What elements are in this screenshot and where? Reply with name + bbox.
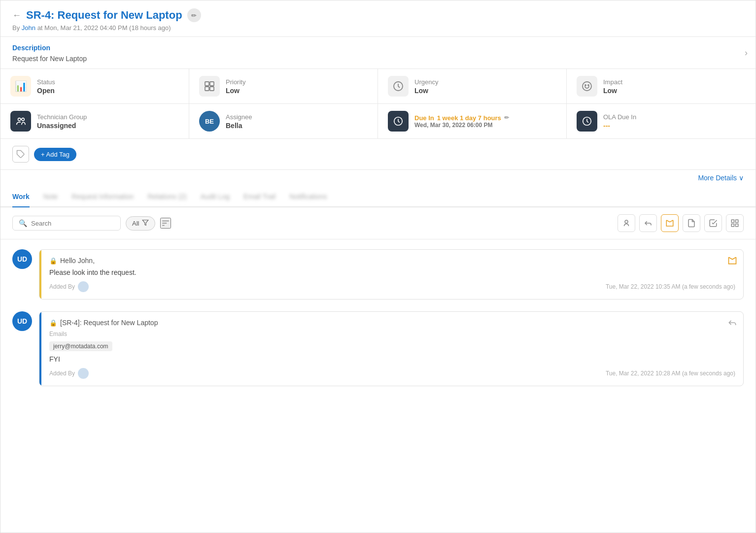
status-field[interactable]: 📊 Status Open bbox=[0, 69, 189, 104]
due-in-value: Due In 1 week 1 day 7 hours ✏ bbox=[414, 114, 556, 122]
svg-point-7 bbox=[588, 85, 589, 86]
header-subtitle: By John at Mon, Mar 21, 2022 04:40 PM (1… bbox=[12, 24, 744, 32]
filter-label: All bbox=[132, 220, 139, 227]
added-by-2: Added By bbox=[49, 368, 89, 379]
svg-rect-0 bbox=[205, 82, 209, 86]
filter-button[interactable]: All bbox=[126, 216, 155, 231]
due-edit-icon[interactable]: ✏ bbox=[504, 114, 509, 121]
tab-note[interactable]: Note bbox=[43, 186, 58, 207]
added-by-label: Added By bbox=[49, 283, 75, 290]
message-footer: Added By Tue, Mar 22, 2022 10:35 AM (a f… bbox=[49, 281, 735, 292]
ola-field[interactable]: OLA Due In --- bbox=[567, 104, 756, 138]
fields-grid: 📊 Status Open Priority Low Urgency Low bbox=[0, 69, 756, 139]
tech-group-icon bbox=[10, 111, 31, 132]
due-date-field[interactable]: Due In 1 week 1 day 7 hours ✏ Wed, Mar 3… bbox=[378, 104, 567, 138]
search-box: 🔍 bbox=[12, 216, 121, 231]
forward-button[interactable] bbox=[661, 214, 679, 232]
message-header-2: 🔒 [SR-4]: Request for New Laptop bbox=[49, 319, 735, 327]
message-share-icon[interactable] bbox=[727, 318, 737, 330]
assignee-value: Bella bbox=[226, 122, 368, 130]
checklist-button[interactable] bbox=[704, 214, 722, 232]
tech-group-field[interactable]: Technician Group Unassigned bbox=[0, 104, 189, 138]
due-date-value: Wed, Mar 30, 2022 06:00 PM bbox=[414, 122, 556, 129]
svg-rect-20 bbox=[731, 224, 734, 227]
message-reply-icon[interactable] bbox=[727, 256, 737, 268]
message-footer-2: Added By Tue, Mar 22, 2022 10:28 AM (a f… bbox=[49, 368, 735, 379]
activity-button[interactable] bbox=[726, 214, 744, 232]
tabs-bar: Work Note Request Information Relations … bbox=[0, 186, 756, 207]
timeline-item: UD 🔒 [SR-4]: Request for New Laptop Emai… bbox=[12, 311, 744, 386]
tab-work[interactable]: Work bbox=[12, 186, 30, 207]
impact-field[interactable]: Impact Low bbox=[567, 69, 756, 104]
urgency-label: Urgency bbox=[414, 78, 556, 86]
fyi-text: FYI bbox=[49, 355, 735, 363]
svg-point-8 bbox=[18, 118, 21, 121]
more-details-button[interactable]: More Details ∨ bbox=[698, 174, 744, 182]
added-by-label-2: Added By bbox=[49, 370, 75, 377]
action-icons bbox=[618, 214, 744, 232]
ola-icon bbox=[577, 111, 597, 132]
assignee-icon: BE bbox=[199, 111, 220, 132]
left-bar-blue bbox=[39, 312, 41, 386]
tab-request-info[interactable]: Request Information bbox=[71, 186, 134, 207]
message-timestamp-2: Tue, Mar 22, 2022 10:28 AM (a few second… bbox=[606, 370, 735, 377]
priority-label: Priority bbox=[226, 78, 368, 86]
svg-rect-1 bbox=[210, 82, 214, 86]
ticket-title: SR-4: Request for New Laptop bbox=[26, 9, 182, 22]
svg-marker-13 bbox=[143, 220, 149, 225]
assignee-field[interactable]: BE Assignee Bella bbox=[189, 104, 378, 138]
tags-row: + Add Tag bbox=[0, 139, 756, 170]
tab-relations[interactable]: Relations (2) bbox=[147, 186, 186, 207]
added-by-avatar bbox=[78, 281, 89, 292]
add-tag-button[interactable]: + Add Tag bbox=[34, 148, 76, 161]
svg-point-9 bbox=[22, 118, 25, 121]
added-by: Added By bbox=[49, 281, 89, 292]
avatar: UD bbox=[12, 249, 32, 269]
impact-value: Low bbox=[603, 87, 746, 95]
svg-point-6 bbox=[585, 85, 586, 86]
message-card: 🔒 Hello John, Please look into the reque… bbox=[39, 249, 744, 300]
tab-email-trail[interactable]: Email Trail bbox=[243, 186, 275, 207]
due-in-icon bbox=[388, 111, 409, 132]
filter-icon bbox=[142, 219, 149, 228]
timeline: UD 🔒 Hello John, Please look into the re… bbox=[0, 239, 756, 396]
message-title: Hello John, bbox=[60, 257, 95, 265]
description-label: Description bbox=[12, 44, 744, 52]
add-note-button[interactable] bbox=[618, 214, 635, 232]
urgency-icon bbox=[388, 76, 409, 97]
ola-value: --- bbox=[603, 122, 746, 130]
lock-icon: 🔒 bbox=[49, 257, 57, 265]
edit-title-button[interactable]: ✏ bbox=[187, 8, 201, 22]
svg-point-17 bbox=[625, 220, 628, 223]
urgency-field[interactable]: Urgency Low bbox=[378, 69, 567, 104]
chevron-down-icon: ∨ bbox=[739, 174, 744, 182]
tech-group-label: Technician Group bbox=[37, 113, 179, 121]
added-by-avatar-2 bbox=[78, 368, 89, 379]
timeline-item: UD 🔒 Hello John, Please look into the re… bbox=[12, 249, 744, 300]
svg-point-5 bbox=[583, 82, 591, 91]
status-value: Open bbox=[37, 87, 179, 95]
more-details-row: More Details ∨ bbox=[0, 170, 756, 186]
lock-icon-2: 🔒 bbox=[49, 319, 57, 327]
svg-rect-18 bbox=[731, 220, 734, 222]
urgency-value: Low bbox=[414, 87, 556, 95]
tab-audit-log[interactable]: Audit Log bbox=[201, 186, 230, 207]
sort-button[interactable] bbox=[160, 218, 171, 229]
status-icon: 📊 bbox=[10, 76, 31, 97]
message-title-2: [SR-4]: Request for New Laptop bbox=[60, 319, 158, 327]
message-card-2: 🔒 [SR-4]: Request for New Laptop Emails … bbox=[39, 311, 744, 386]
status-label: Status bbox=[37, 78, 179, 86]
expand-arrow-icon[interactable]: › bbox=[745, 48, 748, 58]
reply-button[interactable] bbox=[639, 214, 657, 232]
back-button[interactable]: ← bbox=[12, 10, 21, 21]
description-text: Request for New Laptop bbox=[12, 55, 744, 63]
tech-group-value: Unassigned bbox=[37, 122, 179, 130]
tag-icon-button[interactable] bbox=[12, 146, 29, 163]
email-tag: jerry@motadata.com bbox=[49, 339, 735, 355]
tab-notifications[interactable]: Notifications bbox=[289, 186, 327, 207]
avatar: UD bbox=[12, 311, 32, 331]
pdf-button[interactable] bbox=[683, 214, 700, 232]
ola-label: OLA Due In bbox=[603, 113, 746, 121]
priority-field[interactable]: Priority Low bbox=[189, 69, 378, 104]
search-input[interactable] bbox=[31, 220, 114, 227]
